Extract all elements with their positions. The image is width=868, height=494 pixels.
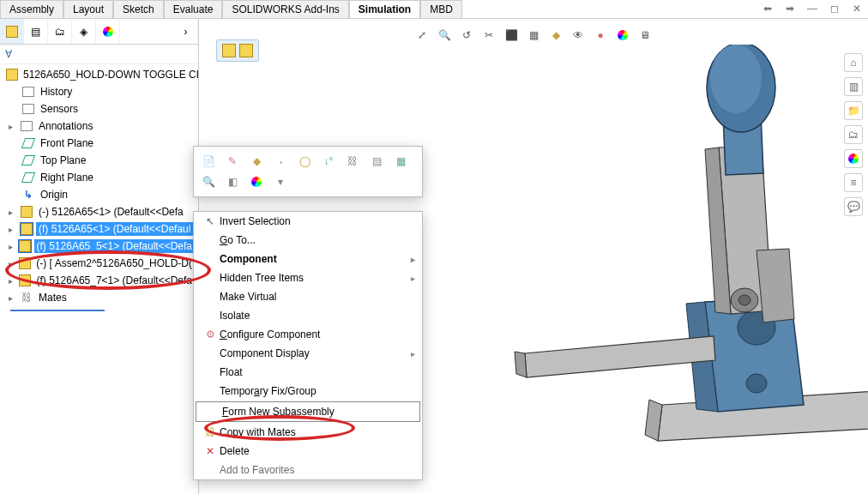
tree-part-4[interactable]: ▸(-) [ Assem2^5126A650_HOLD-D(: [0, 255, 198, 272]
minimize-icon[interactable]: —: [805, 2, 820, 15]
tree-item-label: (f) 5126A65_5<1> (Default<<Defa: [34, 239, 195, 253]
tab-evaluate[interactable]: Evaluate: [164, 0, 223, 18]
part-icon[interactable]: [239, 44, 253, 57]
menu-label: Copy with Mates: [220, 426, 415, 438]
suppress-icon[interactable]: ⬩: [273, 154, 288, 169]
fix-icon[interactable]: ↓°: [321, 154, 336, 169]
menu-delete[interactable]: ✕Delete: [194, 442, 422, 461]
expand-icon[interactable]: ▸: [9, 293, 17, 303]
open-part-icon[interactable]: ✎: [225, 154, 240, 169]
property-manager-tab[interactable]: ▤: [24, 19, 48, 44]
tree-part-2[interactable]: ▸(f) 5126A65<1> (Default<<Defaul: [0, 220, 198, 238]
menu-hidden-tree[interactable]: Hidden Tree Items▸: [194, 268, 422, 287]
tree-item-label: Top Plane: [38, 154, 88, 167]
expand-icon[interactable]: ▸: [9, 242, 16, 251]
menu-float[interactable]: Float: [194, 363, 422, 382]
tab-addins[interactable]: SOLIDWORKS Add-Ins: [222, 0, 348, 18]
material-icon[interactable]: ▦: [393, 154, 408, 169]
tab-layout[interactable]: Layout: [63, 0, 113, 18]
menu-temp-fix[interactable]: Temporary Fix/Group: [194, 382, 422, 401]
context-menu: ↖Invert Selection Go To... Component▸ Hi…: [193, 211, 423, 480]
render-tools-icon[interactable]: 🖥: [637, 27, 653, 43]
previous-view-icon[interactable]: ↺: [459, 27, 474, 43]
tree-part-5[interactable]: ▸(f) 5126A65_7<1> (Default<<Defa: [0, 272, 198, 289]
sensor-icon: [22, 104, 34, 114]
menu-component-display[interactable]: Component Display▸: [194, 344, 422, 363]
tree-history[interactable]: History: [0, 83, 198, 100]
menu-go-to[interactable]: Go To...: [194, 231, 422, 250]
tree-annotations[interactable]: ▸Annotations: [0, 117, 198, 135]
tree-front-plane[interactable]: Front Plane: [0, 135, 198, 152]
view-orientation-icon[interactable]: ⬛: [503, 27, 519, 43]
apply-scene-icon[interactable]: ●: [593, 27, 608, 43]
model-3d-view: [465, 45, 868, 491]
tree-part-3[interactable]: ▸(f) 5126A65_5<1> (Default<<Defa: [0, 238, 198, 255]
mate-icon[interactable]: ⛓: [345, 154, 360, 169]
tree-item-label: (f) 5126A65<1> (Default<<Defaul: [36, 222, 193, 236]
menu-invert-selection[interactable]: ↖Invert Selection: [194, 212, 422, 231]
expand-icon[interactable]: ▸: [9, 259, 16, 268]
menu-label: Configure Component: [220, 328, 415, 340]
menu-copy-with-mates[interactable]: ⛓Copy with Mates: [194, 423, 422, 442]
edit-part-icon[interactable]: 📄: [201, 154, 216, 169]
hide-show-icon[interactable]: ◆: [548, 27, 564, 43]
isolate-icon[interactable]: ▤: [369, 154, 384, 169]
feature-manager-panel: ▤ 🗂 ◈ › ∀ 5126A650_HOLD-DOWN TOGGLE CLA …: [0, 19, 199, 494]
maximize-icon[interactable]: ◻: [827, 2, 842, 15]
close-icon[interactable]: ✕: [849, 2, 865, 15]
menu-make-virtual[interactable]: Make Virtual: [194, 287, 422, 306]
dimxpert-tab[interactable]: ◈: [72, 19, 96, 44]
context-toolbar: 📄 ✎ ◆ ⬩ ◯ ↓° ⛓ ▤ ▦ 🔍 ◧ ▾: [193, 146, 423, 197]
expand-icon[interactable]: ▸: [9, 225, 17, 234]
menu-component[interactable]: Component▸: [194, 250, 422, 268]
configuration-tab[interactable]: 🗂: [48, 19, 72, 44]
filter-icon[interactable]: ∀: [5, 48, 12, 60]
tree-right-plane[interactable]: Right Plane: [0, 169, 198, 186]
tab-mbd[interactable]: MBD: [420, 0, 462, 18]
zoom-selection-icon[interactable]: 🔍: [201, 174, 216, 190]
tree-origin[interactable]: ↳Origin: [0, 186, 198, 203]
tab-assembly[interactable]: Assembly: [0, 0, 63, 18]
tree-item-label: Annotations: [36, 119, 95, 133]
tree-end-marker: [10, 310, 105, 311]
transparency-icon[interactable]: ◯: [297, 154, 312, 169]
submenu-arrow-icon: ▸: [411, 255, 415, 264]
configure-icon: ⚙: [201, 328, 220, 340]
next-doc-icon[interactable]: ➡: [782, 2, 798, 15]
tab-simulation[interactable]: Simulation: [349, 0, 420, 18]
view-settings-icon[interactable]: [615, 27, 630, 43]
tree-sensors[interactable]: Sensors: [0, 100, 198, 117]
zoom-fit-icon[interactable]: ⤢: [414, 27, 430, 43]
assembly-icon[interactable]: [222, 44, 236, 57]
expand-icon[interactable]: ▸: [9, 122, 17, 131]
section-view-icon[interactable]: ✂: [481, 27, 497, 43]
tree-item-label: History: [38, 85, 75, 99]
edit-appearance-icon[interactable]: 👁: [570, 27, 586, 43]
dropdown-icon[interactable]: ▾: [273, 174, 288, 190]
tree-part-1[interactable]: ▸(-) 5126A65<1> (Default<<Defa: [0, 203, 198, 220]
appearance-icon[interactable]: [249, 174, 264, 190]
menu-add-favorites[interactable]: Add to Favorites: [194, 461, 422, 479]
expand-icon[interactable]: ▸: [9, 208, 17, 217]
assembly-icon: [6, 26, 18, 38]
hide-icon[interactable]: ◆: [249, 154, 264, 169]
menu-label: Add to Favorites: [220, 464, 415, 476]
menu-configure[interactable]: ⚙Configure Component: [194, 325, 422, 344]
normal-to-icon[interactable]: ◧: [225, 174, 240, 190]
zoom-area-icon[interactable]: 🔍: [437, 27, 452, 43]
menu-isolate[interactable]: Isolate: [194, 306, 422, 325]
panel-more-icon[interactable]: ›: [174, 19, 198, 44]
plane-icon: [21, 138, 35, 148]
tree-top-plane[interactable]: Top Plane: [0, 152, 198, 169]
prev-doc-icon[interactable]: ⬅: [760, 2, 775, 15]
submenu-arrow-icon: ▸: [411, 274, 415, 283]
plane-icon: [21, 172, 35, 183]
display-tab[interactable]: [96, 19, 120, 44]
menu-form-new-subassembly[interactable]: Form New Subassembly: [196, 401, 420, 422]
tree-root[interactable]: 5126A650_HOLD-DOWN TOGGLE CLA: [0, 66, 198, 83]
tree-mates[interactable]: ▸⛓Mates: [0, 289, 198, 306]
feature-tree-tab[interactable]: [0, 19, 24, 44]
tab-sketch[interactable]: Sketch: [113, 0, 164, 18]
expand-icon[interactable]: ▸: [9, 276, 16, 286]
display-style-icon[interactable]: ▦: [526, 27, 541, 43]
